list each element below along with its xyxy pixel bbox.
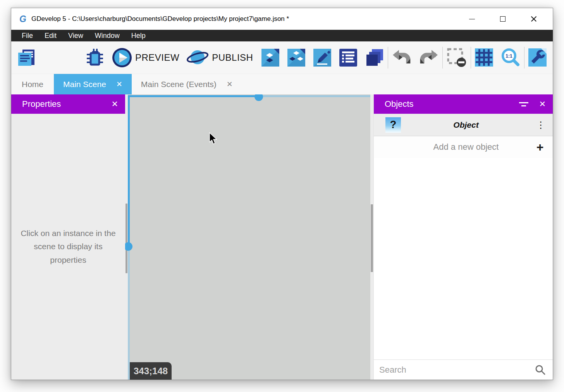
layer-stack-button[interactable] <box>365 48 384 67</box>
gdevelop-window: G GDevelop 5 - C:\Users\charburg\Documen… <box>11 8 553 380</box>
properties-panel: Properties ✕ Click on an instance in the… <box>11 94 125 380</box>
properties-panel-header: Properties ✕ <box>11 94 125 114</box>
game-window-left-handle[interactable] <box>125 242 132 251</box>
minimize-button[interactable] <box>460 8 484 30</box>
objects-search-bar <box>374 359 553 380</box>
zoom-reset-button[interactable]: 1:1 <box>501 48 520 67</box>
properties-panel-body: Click on an instance in the scene to dis… <box>11 114 125 380</box>
toolbar: PREVIEW PUBLISH <box>11 41 553 74</box>
debugger-button[interactable] <box>86 48 104 67</box>
canvas-right-scrollbar-thumb[interactable] <box>371 204 373 272</box>
close-button[interactable] <box>522 8 546 30</box>
scene-canvas[interactable]: 343;148 <box>125 94 373 380</box>
object-name: Object <box>401 120 535 130</box>
undo-button[interactable] <box>392 49 412 66</box>
add-object-button[interactable] <box>261 49 279 67</box>
tab-main-scene[interactable]: Main Scene ✕ <box>54 74 132 94</box>
game-window-border-top-faded <box>259 95 370 97</box>
preview-button[interactable]: PREVIEW <box>112 48 183 68</box>
new-object-icon <box>261 49 279 67</box>
tab-close-icon[interactable]: ✕ <box>116 80 122 89</box>
cursor-coordinates-tooltip: 343;148 <box>130 362 172 380</box>
game-window-border-left-faded <box>128 246 130 380</box>
mouse-cursor <box>209 132 218 147</box>
tab-label: Main Scene (Events) <box>141 80 217 89</box>
plus-icon[interactable]: + <box>533 141 547 153</box>
tab-label: Main Scene <box>63 80 106 89</box>
object-menu-icon[interactable]: ⋮ <box>535 120 547 130</box>
menu-window[interactable]: Window <box>89 30 126 41</box>
toolbar-separator <box>388 47 388 68</box>
scene-settings-button[interactable] <box>528 48 547 67</box>
toolbar-separator <box>471 47 471 68</box>
menu-file[interactable]: File <box>16 30 39 41</box>
objects-panel-header: Objects ✕ <box>374 94 553 114</box>
menu-view[interactable]: View <box>62 30 89 41</box>
properties-empty-message: Click on an instance in the scene to dis… <box>19 227 117 267</box>
gdevelop-logo-icon: G <box>17 14 28 24</box>
debugger-bug-icon <box>86 48 104 67</box>
menu-help[interactable]: Help <box>126 30 151 41</box>
svg-text:1:1: 1:1 <box>506 53 513 59</box>
window-title: GDevelop 5 - C:\Users\charburg\Documents… <box>31 15 460 23</box>
instances-button[interactable] <box>287 49 305 67</box>
project-manager-button[interactable] <box>17 48 36 67</box>
properties-close-icon[interactable]: ✕ <box>111 99 118 109</box>
menu-edit[interactable]: Edit <box>39 30 62 41</box>
canvas-left-scrollbar-thumb[interactable] <box>126 204 127 273</box>
game-window-top-handle[interactable] <box>254 94 263 101</box>
publish-button[interactable]: PUBLISH <box>186 48 257 67</box>
publish-label: PUBLISH <box>212 52 253 63</box>
layers-list-icon <box>339 49 357 67</box>
objects-panel-title: Objects <box>385 99 519 109</box>
preview-label: PREVIEW <box>135 52 179 63</box>
window-controls <box>460 8 553 30</box>
maximize-button[interactable] <box>491 8 515 30</box>
add-object-row[interactable]: Add a new object + <box>374 136 553 158</box>
maximize-icon <box>500 16 506 22</box>
object-question-icon: ? <box>385 117 401 133</box>
objects-filter-icon[interactable] <box>519 101 529 108</box>
tab-close-icon[interactable]: ✕ <box>227 80 233 89</box>
redo-icon <box>418 49 438 66</box>
object-list-item[interactable]: ? Object ⋮ <box>374 114 553 136</box>
toggle-grid-icon <box>475 48 493 67</box>
game-window-border-top <box>128 95 259 97</box>
zoom-one-to-one-icon: 1:1 <box>501 48 520 67</box>
properties-panel-title: Properties <box>22 99 101 109</box>
settings-wrench-icon <box>528 48 547 67</box>
minimize-icon <box>469 19 475 19</box>
layer-stack-icon <box>365 48 384 67</box>
objects-search-input[interactable] <box>379 365 534 375</box>
menu-bar: File Edit View Window Help <box>11 30 553 41</box>
tab-main-scene-events[interactable]: Main Scene (Events) ✕ <box>132 74 242 94</box>
close-icon <box>531 16 537 22</box>
objects-panel: Objects ✕ ? Object ⋮ Add a new object + <box>373 94 553 380</box>
tab-bar: Home Main Scene ✕ Main Scene (Events) ✕ <box>11 74 553 94</box>
toggle-grid-button[interactable] <box>475 48 493 67</box>
toggle-window-mask-button[interactable] <box>447 48 467 68</box>
add-object-label: Add a new object <box>385 142 533 152</box>
title-bar: G GDevelop 5 - C:\Users\charburg\Documen… <box>11 8 553 30</box>
edit-properties-icon <box>313 49 331 67</box>
game-window-border-left <box>128 95 130 246</box>
tab-label: Home <box>22 80 43 89</box>
redo-button[interactable] <box>418 49 438 66</box>
toolbar-separator <box>524 47 524 68</box>
preview-play-icon <box>112 48 132 68</box>
publish-globe-icon <box>186 48 209 67</box>
search-icon[interactable] <box>534 364 546 376</box>
instances-list-icon <box>287 49 305 67</box>
undo-icon <box>392 49 412 66</box>
edit-scene-properties-button[interactable] <box>313 49 331 67</box>
toolbar-separator <box>442 47 443 68</box>
main-content: Properties ✕ Click on an instance in the… <box>11 94 553 380</box>
open-layers-button[interactable] <box>339 49 357 67</box>
objects-list-empty-area <box>374 158 553 359</box>
tab-home[interactable]: Home <box>11 74 54 94</box>
project-manager-icon <box>17 48 36 67</box>
toggle-mask-icon <box>447 48 467 68</box>
objects-close-icon[interactable]: ✕ <box>539 99 546 109</box>
